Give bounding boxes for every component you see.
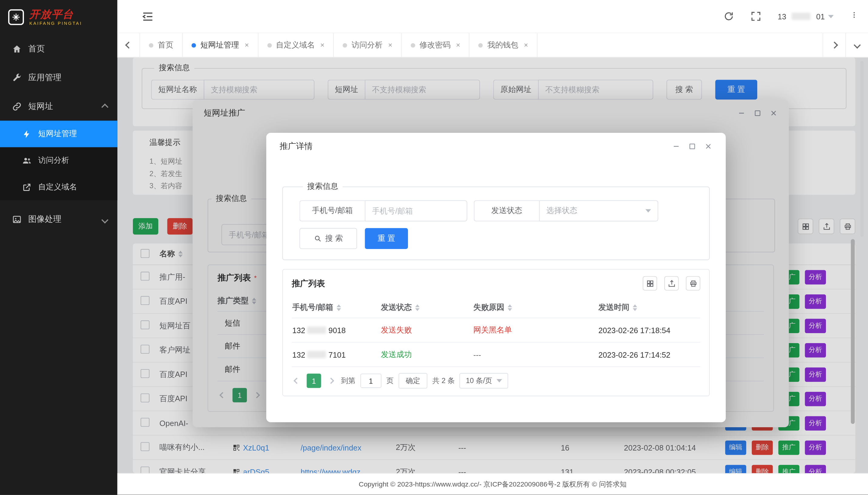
tab-dot xyxy=(478,43,483,48)
page-number-button[interactable]: 1 xyxy=(233,388,247,403)
detail-reset-button[interactable]: 重 置 xyxy=(365,228,408,249)
total-count-label: 共 2 条 xyxy=(432,376,455,386)
reason-column-header[interactable]: 失败原因 xyxy=(473,303,598,312)
tab-close-icon[interactable]: × xyxy=(524,41,528,49)
send-status: 发送成功 xyxy=(381,349,473,359)
redacted-phone-digits xyxy=(307,326,326,334)
prev-page-icon[interactable] xyxy=(292,378,302,383)
minimize-icon[interactable] xyxy=(737,109,746,117)
sidebar: 开放平台 KAIFANG PINGTAI 首页 应用管理 短网址 短网址管理 访… xyxy=(0,0,117,495)
page-size-select[interactable]: 10 条/页 xyxy=(460,373,508,389)
tab-dot xyxy=(343,43,347,48)
sort-icon[interactable] xyxy=(415,304,420,311)
status-column-header[interactable]: 发送状态 xyxy=(381,303,473,312)
status-select[interactable]: 选择状态 xyxy=(539,200,658,221)
tabs-scroll-left-button[interactable] xyxy=(117,33,140,57)
tabs-menu-button[interactable] xyxy=(845,33,868,57)
detail-phone-group: 手机号/邮箱 xyxy=(300,200,467,221)
fullscreen-icon[interactable] xyxy=(751,11,761,22)
tab-short-url-management[interactable]: 短网址管理 × xyxy=(183,33,258,57)
external-link-icon xyxy=(22,183,32,192)
redacted-phone-digits xyxy=(307,351,326,358)
detail-search-legend: 搜索信息 xyxy=(303,182,343,191)
sidebar-item-custom-domain[interactable]: 自定义域名 xyxy=(0,174,117,200)
logo: 开放平台 KAIFANG PINGTAI xyxy=(0,0,117,34)
short-url-submenu: 短网址管理 访问分析 自定义域名 xyxy=(0,121,117,200)
redacted-phone-digits xyxy=(792,13,811,20)
maximize-icon[interactable] xyxy=(753,109,762,117)
detail-phone-label: 手机号/邮箱 xyxy=(300,200,365,221)
time-column-header[interactable]: 发送时间 xyxy=(598,303,700,312)
search-icon xyxy=(313,235,321,243)
next-page-icon[interactable] xyxy=(252,393,262,397)
topbar: 13 01 xyxy=(117,0,868,33)
user-phone-prefix: 13 xyxy=(778,12,786,21)
tab-dot xyxy=(411,43,415,48)
export-icon[interactable] xyxy=(664,276,679,291)
collapse-sidebar-icon[interactable] xyxy=(142,10,154,22)
dialog-scrollbar[interactable] xyxy=(851,239,855,424)
print-icon[interactable] xyxy=(686,276,700,291)
user-account-menu[interactable]: 13 01 xyxy=(778,12,834,21)
kebab-menu-icon[interactable] xyxy=(850,11,858,22)
tab-close-icon[interactable]: × xyxy=(388,41,393,49)
phone-column-header[interactable]: 手机号/邮箱 xyxy=(292,303,381,312)
tab-dot xyxy=(267,43,272,48)
tab-close-icon[interactable]: × xyxy=(456,41,460,49)
failure-reason: --- xyxy=(473,350,598,359)
recipient-phone: 1329018 xyxy=(292,326,381,334)
page-unit-label: 页 xyxy=(387,376,394,386)
sidebar-group-short-url[interactable]: 短网址 xyxy=(0,92,117,121)
refresh-icon[interactable] xyxy=(724,11,734,22)
grid-icon[interactable] xyxy=(643,276,657,291)
close-icon[interactable] xyxy=(704,142,712,150)
tab-change-password[interactable]: 修改密码 × xyxy=(402,33,470,57)
logo-subtitle: KAIFANG PINGTAI xyxy=(29,21,82,26)
sort-icon[interactable] xyxy=(633,304,637,311)
tab-visit-analysis[interactable]: 访问分析 × xyxy=(334,33,402,57)
sidebar-group-image-processing[interactable]: 图像处理 xyxy=(0,205,117,234)
page-scrollbar[interactable] xyxy=(860,61,864,237)
detail-dialog-title: 推广详情 xyxy=(280,141,313,152)
detail-pagination: 1 到第 页 确定 共 2 条 10 条/页 xyxy=(292,367,700,395)
tab-custom-domain[interactable]: 自定义域名 × xyxy=(258,33,334,57)
detail-phone-input[interactable] xyxy=(365,200,467,221)
detail-table-header: 手机号/邮箱 发送状态 失败原因 发送时间 xyxy=(292,297,700,318)
bolt-icon xyxy=(22,129,32,139)
sort-icon[interactable] xyxy=(508,304,512,311)
next-page-icon[interactable] xyxy=(326,378,336,383)
footer: Copyright © 2023-https://www.wdqz.cc/- 京… xyxy=(117,473,868,495)
detail-status-label: 发送状态 xyxy=(474,200,539,221)
maximize-icon[interactable] xyxy=(687,142,696,150)
app-root: 搜索信息 短网址名称 短网址 原始网址 搜 索 重 置 xyxy=(0,0,868,495)
goto-page-input[interactable] xyxy=(360,374,382,388)
minimize-icon[interactable] xyxy=(671,142,680,150)
sidebar-item-home[interactable]: 首页 xyxy=(0,34,117,63)
tabs-scroll-right-button[interactable] xyxy=(822,33,845,57)
sidebar-item-short-url-management[interactable]: 短网址管理 xyxy=(0,121,117,147)
chevron-up-icon xyxy=(102,102,107,111)
tab-close-icon[interactable]: × xyxy=(320,41,324,49)
tab-my-wallet[interactable]: 我的钱包 × xyxy=(470,33,538,57)
goto-confirm-button[interactable]: 确定 xyxy=(398,373,427,389)
sidebar-item-visit-analysis[interactable]: 访问分析 xyxy=(0,147,117,174)
caret-down-icon xyxy=(646,209,651,212)
sidebar-item-app-management[interactable]: 应用管理 xyxy=(0,63,117,92)
sort-icon[interactable] xyxy=(252,297,256,304)
tab-dot xyxy=(149,43,153,48)
close-icon[interactable] xyxy=(769,109,778,117)
promotion-search-legend: 搜索信息 xyxy=(211,194,252,204)
prev-page-icon[interactable] xyxy=(218,393,227,397)
page-number-button[interactable]: 1 xyxy=(307,374,321,388)
detail-dialog-header: 推广详情 xyxy=(266,133,726,159)
user-phone-suffix: 01 xyxy=(816,12,825,21)
detail-search-button[interactable]: 搜 索 xyxy=(300,228,357,249)
logo-title: 开放平台 xyxy=(29,8,82,19)
send-status: 发送失败 xyxy=(381,325,473,335)
sort-icon[interactable] xyxy=(337,304,341,311)
detail-list-title: 推广列表 xyxy=(292,278,325,289)
recipient-phone: 1327101 xyxy=(292,350,381,359)
tab-home[interactable]: 首页 xyxy=(140,33,183,57)
tab-close-icon[interactable]: × xyxy=(244,41,249,49)
promotion-list-title: 推广列表 xyxy=(218,273,251,283)
